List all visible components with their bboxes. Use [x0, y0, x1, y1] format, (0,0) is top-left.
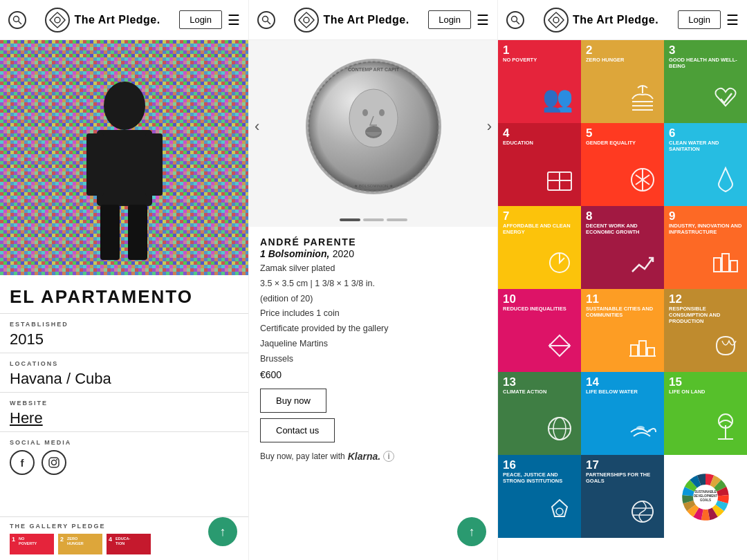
- search-icon-p2[interactable]: [257, 11, 275, 29]
- artwork-title-line: 1 Bolsominion, 2020: [260, 248, 486, 260]
- sdg-title-3: GOOD HEALTH AND WELL-BEING: [669, 57, 742, 69]
- svg-line-40: [268, 21, 271, 24]
- sdg-num-5: 5: [586, 127, 659, 139]
- svg-rect-25: [100, 205, 120, 260]
- social-section: SOCIAL MEDIA f: [0, 431, 248, 479]
- sdg-tile-13[interactable]: 13CLIMATE ACTION: [498, 372, 581, 455]
- scroll-up-button-p2[interactable]: ↑: [457, 517, 486, 546]
- svg-point-52: [512, 16, 517, 21]
- sdg-icon-13: [542, 411, 577, 451]
- sdg-tile-14[interactable]: 14LIFE BELOW WATER: [581, 372, 664, 455]
- svg-text:POVERTY: POVERTY: [19, 541, 37, 545]
- sdg-logo-tile[interactable]: .sdg-wheel-text { font-family: Arial, sa…: [664, 455, 747, 538]
- login-button-panel3[interactable]: Login: [678, 10, 721, 29]
- sdg-num-13: 13: [503, 376, 576, 388]
- svg-text:ZERO: ZERO: [67, 536, 78, 541]
- menu-icon-panel2[interactable]: ☰: [477, 12, 489, 28]
- sdg-tile-15[interactable]: 15LIFE ON LAND: [664, 372, 747, 455]
- sdg-title-9: INDUSTRY, INNOVATION AND INFRASTRUCTURE: [669, 223, 742, 235]
- logo-icon: [45, 8, 70, 32]
- buy-now-button[interactable]: Buy now: [260, 389, 326, 413]
- sdg-title-11: SUSTAINABLE CITIES AND COMMUNITIES: [586, 306, 659, 318]
- svg-point-79: [636, 426, 645, 430]
- menu-icon-panel1[interactable]: ☰: [228, 12, 240, 28]
- sdg-num-10: 10: [503, 293, 576, 305]
- sdg-num-9: 9: [669, 210, 742, 222]
- sdg-title-10: REDUCED INEQUALITIES: [503, 306, 576, 312]
- svg-rect-24: [145, 133, 163, 196]
- sdg-icon-14: [625, 411, 660, 451]
- carousel-next-button[interactable]: ›: [487, 118, 492, 136]
- svg-point-0: [14, 16, 19, 21]
- sdg-tile-4[interactable]: 4EDUCATION: [498, 123, 581, 206]
- klarna-info-icon[interactable]: i: [383, 451, 394, 462]
- artwork-certificate: Certificate provided by the gallery: [260, 322, 486, 335]
- sdg-tile-17[interactable]: 17PARTNERSHIPS FOR THE GOALS: [581, 455, 664, 538]
- sdg-icon-9: [708, 245, 743, 285]
- search-icon[interactable]: [8, 11, 26, 29]
- logo-icon-p3: [544, 8, 569, 32]
- klarna-logo: Klarna.: [348, 451, 380, 462]
- svg-rect-22: [97, 130, 152, 206]
- sdg-tile-1[interactable]: 1NO POVERTY👥: [498, 40, 581, 123]
- sdg-tile-10[interactable]: 10REDUCED INEQUALITIES: [498, 289, 581, 372]
- sdg-title-12: RESPONSIBLE CONSUMPTION AND PRODUCTION: [669, 306, 742, 324]
- facebook-icon[interactable]: f: [10, 450, 35, 475]
- sdg-num-2: 2: [586, 44, 659, 56]
- instagram-icon[interactable]: [42, 450, 66, 475]
- svg-text:NO: NO: [19, 536, 25, 541]
- panel-sdgs: The Art Pledge. Login ☰ 1NO POVERTY👥2ZER…: [498, 0, 747, 560]
- logo-panel1: The Art Pledge.: [45, 8, 160, 32]
- logo-text-panel2: The Art Pledge.: [323, 14, 409, 26]
- sdg-title-5: GENDER EQUALITY: [586, 140, 659, 146]
- contact-us-button[interactable]: Contact us: [260, 418, 335, 442]
- sdg-icon-3: [708, 80, 743, 119]
- locations-section: LOCATIONS Havana / Cuba: [0, 353, 248, 392]
- login-button-panel1[interactable]: Login: [179, 10, 222, 29]
- carousel-dot-3[interactable]: [387, 218, 407, 221]
- header-panel3: The Art Pledge. Login ☰: [498, 0, 747, 40]
- search-icon-p3[interactable]: [506, 11, 524, 29]
- header-left-panel3: [506, 11, 524, 29]
- sdg-title-6: CLEAN WATER AND SANITATION: [669, 140, 742, 152]
- menu-icon-panel3[interactable]: ☰: [726, 12, 739, 28]
- klarna-row: Buy now, pay later with Klarna. i: [260, 451, 486, 462]
- location-value: Havana / Cuba: [10, 370, 239, 388]
- website-link[interactable]: Here: [10, 409, 43, 427]
- sdg-tile-5[interactable]: 5GENDER EQUALITY: [581, 123, 664, 206]
- sdg-tile-12[interactable]: 12RESPONSIBLE CONSUMPTION AND PRODUCTION: [664, 289, 747, 372]
- gallery-name: EL APARTAMENTO: [0, 275, 248, 313]
- carousel-prev-button[interactable]: ‹: [255, 118, 259, 136]
- carousel-dot-1[interactable]: [340, 218, 360, 221]
- sdg-tile-6[interactable]: 6CLEAN WATER AND SANITATION: [664, 123, 747, 206]
- sdg-tile-7[interactable]: 7AFFORDABLE AND CLEAN ENERGY: [498, 206, 581, 289]
- website-section: WEBSITE Here: [0, 392, 248, 431]
- sdg-tile-9[interactable]: 9INDUSTRY, INNOVATION AND INFRASTRUCTURE: [664, 206, 747, 289]
- artwork-dealer: Jaqueline Martins: [260, 337, 486, 351]
- carousel-dot-2[interactable]: [363, 218, 384, 221]
- sdg-icon-1: 👥: [542, 80, 577, 119]
- established-value: 2015: [10, 330, 239, 348]
- svg-rect-66: [722, 254, 729, 272]
- social-icons-row: f: [10, 450, 239, 475]
- sdg-title-15: LIFE ON LAND: [669, 389, 742, 395]
- svg-line-53: [517, 21, 520, 24]
- svg-point-2: [55, 17, 60, 23]
- login-button-panel2[interactable]: Login: [428, 10, 471, 29]
- sdg-tile-16[interactable]: 16PEACE, JUSTICE AND STRONG INSTITUTIONS: [498, 455, 581, 538]
- sdg-title-7: AFFORDABLE AND CLEAN ENERGY: [503, 223, 576, 235]
- sdg-icon-7: [542, 245, 577, 285]
- sdg-tile-8[interactable]: 8DECENT WORK AND ECONOMIC GROWTH: [581, 206, 664, 289]
- svg-line-1: [19, 21, 22, 24]
- sdg-tile-3[interactable]: 3GOOD HEALTH AND WELL-BEING: [664, 40, 747, 123]
- sdg-tile-2[interactable]: 2ZERO HUNGER: [581, 40, 664, 123]
- svg-point-84: [556, 508, 563, 515]
- gallery-image: [0, 40, 248, 275]
- sdg-title-1: NO POVERTY: [503, 57, 576, 63]
- sdg-icon-5: [625, 162, 660, 202]
- sdg-tile-11[interactable]: 11SUSTAINABLE CITIES AND COMMUNITIES: [581, 289, 664, 372]
- svg-point-21: [104, 82, 145, 130]
- website-label: WEBSITE: [10, 400, 239, 407]
- svg-point-54: [553, 17, 559, 23]
- sdg-icon-8: [625, 245, 660, 285]
